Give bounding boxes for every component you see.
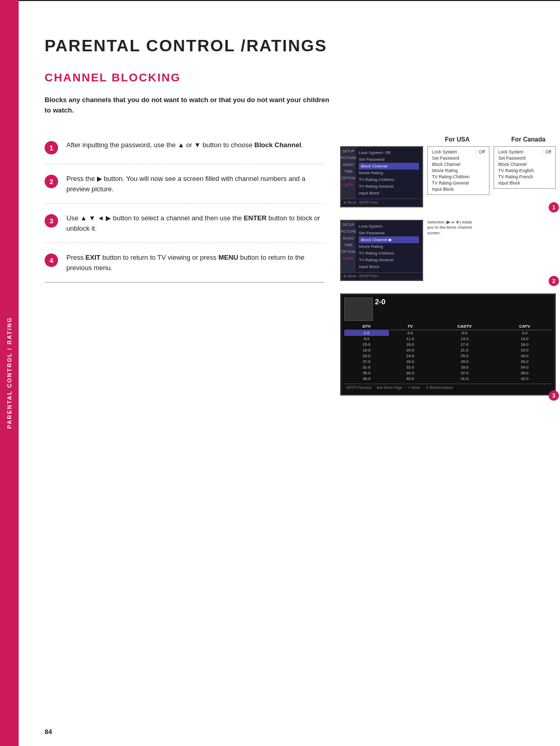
icon-setup: SETUP [342, 149, 354, 153]
screenshots-inner: For USA For Canada SETUP PICTURE AUDIO [340, 131, 556, 404]
badge-1: 1 [549, 202, 559, 213]
cell-34-0: 34-0 [498, 364, 552, 370]
menu2-input-block: Input Block [359, 263, 419, 270]
cell-29-0: 29-0 [431, 359, 497, 364]
screenshot-2-content: SETUP PICTURE AUDIO TIME OPTION LOCK Loc… [340, 220, 556, 281]
channel-number: 2-0 [375, 298, 385, 306]
icon2-setup: SETUP [342, 223, 354, 227]
footer-move: ⊕ Move [343, 201, 356, 205]
cell-3-0: 3-0 [498, 330, 552, 336]
step-4-row: 4 Press EXIT button to return to TV view… [45, 243, 325, 283]
cell-15-0: 15-0 [344, 342, 389, 347]
cell-35-0: 35-0 [344, 370, 389, 376]
cell-37-0: 37-0 [431, 370, 497, 376]
icon2-option: OPTION [342, 250, 356, 254]
tv-menu-2: SETUP PICTURE AUDIO TIME OPTION LOCK Loc… [340, 220, 423, 281]
icon2-lock: LOCK [343, 257, 354, 260]
usa-input-block: Input Block [432, 186, 485, 192]
screenshots-column: For USA For Canada SETUP PICTURE AUDIO [340, 131, 556, 404]
cell-41-0: 41-0 [431, 376, 497, 382]
usa-tv-general: TV Rating-General [432, 180, 485, 186]
page-number: 84 [45, 728, 52, 736]
cell-19-0: 19-0 [344, 347, 389, 353]
cell-40-0: 40-0 [389, 376, 431, 382]
table-row: 27-0 28-0 29-0 30-0 [344, 359, 552, 364]
menu2-set-password: Set Password [359, 230, 419, 236]
footer-move: ✧ Move [408, 386, 421, 390]
table-row: 39-0 40-0 41-0 42-0 [344, 376, 552, 382]
menu-item-block-channel: Block Channel [359, 163, 419, 170]
menu2-tv-children: TV Rating-Children [359, 250, 419, 257]
icon-audio: AUDIO [343, 163, 354, 166]
step-2-text: Press the ▶ button. You will now see a s… [66, 174, 325, 194]
usa-menu-panel: Lock System: Off Set Password Block Chan… [427, 146, 489, 207]
badge-3: 3 [549, 390, 559, 401]
channel-grid-header: 2-0 [344, 298, 552, 321]
step-3-number: 3 [45, 214, 58, 228]
menu-item-tv-children: TV Rating-Children [359, 176, 419, 183]
content-columns: 1 After inputting the password, use the … [45, 131, 534, 404]
tv-menu-sidebar-1: SETUP PICTURE AUDIO TIME OPTION LOCK Loc… [341, 147, 422, 199]
canada-input-block: Input Block [498, 180, 551, 186]
cell-25-0: 25-0 [431, 353, 497, 359]
tv-menu-icons-2: SETUP PICTURE AUDIO TIME OPTION LOCK [341, 221, 356, 272]
menu-item-lock-system: Lock System: Off [359, 149, 419, 156]
canada-menu-box: Lock System: Off Set Password Block Chan… [494, 146, 556, 189]
cell-42-0: 42-0 [498, 376, 552, 382]
table-row: 35-0 36-0 37-0 38-0 [344, 370, 552, 376]
col-tv: TV [389, 323, 431, 330]
canada-block-channel: Block Channel [498, 161, 551, 167]
header-labels: For USA For Canada [340, 136, 556, 143]
cell-23-0: 23-0 [344, 353, 389, 359]
description: Blocks any channels that you do not want… [45, 95, 335, 115]
usa-menu-box: Lock System: Off Set Password Block Chan… [427, 146, 489, 195]
canada-tv-french: TV Rating-French [498, 174, 551, 180]
step-2-number: 2 [45, 175, 58, 188]
for-canada-label: For Canada [511, 136, 545, 143]
menu-item-tv-general: TV Rating-General [359, 183, 419, 190]
canada-lock-system: Lock System: Off [498, 149, 551, 155]
step-1-row: 1 After inputting the password, use the … [45, 131, 325, 164]
step-4-text: Press EXIT button to return to TV viewin… [66, 252, 325, 273]
canada-tv-english: TV Rating-English [498, 167, 551, 174]
usa-tv-children: TV Rating-Children [432, 174, 485, 180]
menu-item-set-password: Set Password [359, 156, 419, 163]
table-row: 9-0 11-0 13-0 14-0 [344, 336, 552, 342]
icon2-time: TIME [344, 243, 353, 247]
menu2-lock-system: Lock System [359, 223, 419, 230]
cell-6-0b: 6-0 [431, 330, 497, 336]
sidebar-label: PARENTAL CONTROL / RATING [6, 317, 12, 429]
table-row: 31-0 32-0 33-0 34-0 [344, 364, 552, 370]
selection-note: Selection (▶ or ⊕) leads you to the bloc… [427, 220, 479, 281]
col-catv: CATV [498, 323, 552, 330]
step-2-row: 2 Press the ▶ button. You will now see a… [45, 164, 325, 204]
cell-22-0: 22-0 [498, 347, 552, 353]
screenshot-2-container: SETUP PICTURE AUDIO TIME OPTION LOCK Loc… [340, 220, 556, 281]
section-title: CHANNEL BLOCKING [45, 71, 534, 85]
footer-previous: ENT® Previous [346, 386, 371, 390]
col-dtv: DTV [344, 323, 389, 330]
channel-grid-footer: ENT® Previous ⊕⊕ Move Page ✧ Move ✶ Bloc… [344, 384, 552, 391]
cell-21-0: 21-0 [431, 347, 497, 353]
usa-block-channel: Block Channel [432, 161, 485, 167]
cell-14-0: 14-0 [498, 336, 552, 342]
menu-item-input-block: Input Block [359, 190, 419, 196]
usa-lock-system: Lock System: Off [432, 149, 485, 155]
step-3-row: 3 Use ▲ ▼ ◄ ▶ button to select a channel… [45, 204, 325, 243]
tv-menu-footer-2: ⊕ Move ENT® Prev [341, 272, 422, 280]
screenshot-1-container: SETUP PICTURE AUDIO TIME OPTION LOCK Loc… [340, 146, 556, 207]
cell-30-0: 30-0 [498, 359, 552, 364]
cell-24-0: 24-0 [389, 353, 431, 359]
cell-31-0: 31-0 [344, 364, 389, 370]
tv-menu-items-2: Lock System Set Password Block Channel ▶… [356, 221, 422, 272]
main-content: PARENTAL CONTROL /RATINGS CHANNEL BLOCKI… [19, 0, 560, 746]
footer-prev: ENT® Prev [359, 201, 378, 205]
icon-option: OPTION [342, 176, 356, 180]
menu2-movie-rating: Movie Rating [359, 243, 419, 250]
step-3-text: Use ▲ ▼ ◄ ▶ button to select a channel a… [66, 213, 325, 233]
icon2-picture: PICTURE [341, 230, 357, 233]
icon2-audio: AUDIO [343, 236, 354, 240]
cell-9-0: 9-0 [344, 336, 389, 342]
canada-set-password: Set Password [498, 155, 551, 161]
icon-time: TIME [344, 170, 353, 173]
